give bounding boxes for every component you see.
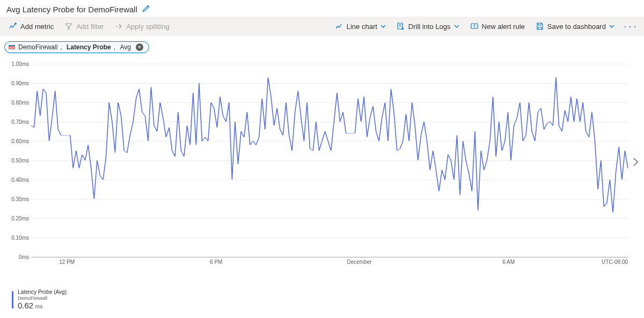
chevron-down-icon: [609, 24, 614, 29]
splitting-icon: [114, 22, 123, 31]
chart-type-label: Line chart: [347, 23, 377, 31]
metric-pill[interactable]: DemoFirewall, Latency Probe, Avg ✕: [4, 41, 149, 53]
drill-logs-button[interactable]: Drill into Logs: [392, 20, 464, 33]
legend-title: Latency Probe (Avg): [18, 289, 67, 295]
logs-icon: [397, 22, 405, 31]
x-tick-label: 6 PM: [210, 259, 222, 265]
legend-color-bar: [12, 291, 13, 308]
y-tick-label: 0ms: [19, 254, 29, 260]
x-tick-label: December: [347, 259, 372, 265]
y-tick-label: 0.60ms: [11, 138, 29, 144]
add-metric-button[interactable]: Add metric: [4, 20, 58, 33]
pill-metric: Latency Probe: [67, 43, 111, 51]
chevron-down-icon: [454, 24, 459, 29]
x-axis: UTC-08:00 12 PM6 PMDecember6 AM: [31, 259, 628, 270]
chart-type-button[interactable]: Line chart: [331, 20, 390, 33]
drill-logs-label: Drill into Logs: [408, 23, 451, 31]
y-tick-label: 1.00ms: [11, 61, 29, 67]
pill-agg: Avg: [120, 43, 130, 51]
new-alert-button[interactable]: New alert rule: [466, 20, 529, 33]
legend-unit: ms: [35, 304, 42, 309]
chart-toolbar: Add metric Add filter Apply splitting Li…: [0, 17, 644, 36]
apply-splitting-button[interactable]: Apply splitting: [110, 20, 173, 33]
legend[interactable]: Latency Probe (Avg) DemoFirewall 0.62 ms: [12, 289, 67, 310]
firewall-icon: [8, 43, 16, 51]
more-options-button[interactable]: · · ·: [621, 20, 640, 33]
y-tick-label: 0.40ms: [11, 177, 29, 183]
y-tick-label: 0.80ms: [11, 100, 29, 106]
y-tick-label: 0.10ms: [11, 235, 29, 241]
add-filter-label: Add filter: [76, 23, 104, 31]
line-chart-icon: [335, 22, 343, 31]
remove-pill-icon[interactable]: ✕: [136, 43, 143, 51]
timezone-label: UTC-08:00: [602, 259, 628, 265]
y-tick-label: 0.90ms: [11, 80, 29, 86]
y-tick-label: 0.30ms: [11, 196, 29, 202]
edit-icon[interactable]: [142, 4, 150, 14]
scroll-right-button[interactable]: [630, 155, 641, 171]
add-metric-icon: [9, 22, 17, 31]
x-tick-label: 12 PM: [59, 259, 75, 265]
y-tick-label: 0.20ms: [11, 216, 29, 221]
line-series: [31, 64, 628, 257]
add-filter-button[interactable]: Add filter: [60, 20, 108, 33]
new-alert-label: New alert rule: [482, 23, 525, 31]
page-title: Avg Latency Probe for DemoFirewall: [6, 5, 137, 14]
add-metric-label: Add metric: [20, 23, 54, 31]
save-dashboard-button[interactable]: Save to dashboard: [531, 20, 619, 33]
save-dashboard-label: Save to dashboard: [547, 23, 606, 31]
save-icon: [536, 22, 544, 31]
x-tick-label: 6 AM: [502, 259, 515, 265]
y-tick-label: 0.70ms: [11, 119, 29, 125]
legend-value: 0.62: [18, 301, 33, 310]
chart-container: 1.00ms0.90ms0.80ms0.70ms0.60ms0.50ms0.40…: [0, 58, 644, 64]
legend-resource: DemoFirewall: [18, 295, 67, 301]
y-tick-label: 0.50ms: [11, 158, 29, 164]
pill-resource: DemoFirewall: [18, 43, 57, 51]
chevron-down-icon: [380, 24, 386, 29]
alert-icon: [470, 22, 479, 31]
apply-splitting-label: Apply splitting: [126, 23, 169, 31]
plot-area[interactable]: [31, 64, 628, 257]
filter-icon: [64, 22, 73, 31]
svg-rect-3: [9, 45, 15, 46]
